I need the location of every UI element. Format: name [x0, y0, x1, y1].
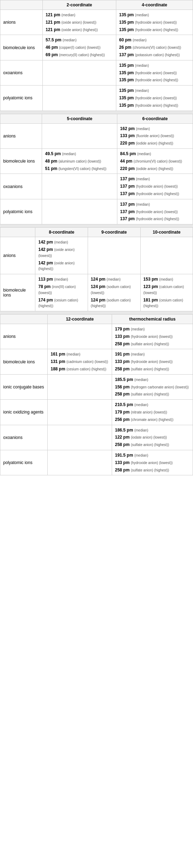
- cell-entry: 78 pm (iron(III) cation) (lowest)): [38, 284, 84, 296]
- value: 174 pm: [38, 298, 53, 303]
- table-row: ionic conjugate bases 185.5 pm (median) …: [0, 374, 193, 399]
- value: 135 pm: [119, 88, 134, 93]
- cell-entry: 186.5 pm (median): [115, 427, 190, 433]
- value: 124 pm: [91, 284, 105, 289]
- value: 122 pm: [115, 435, 129, 440]
- data-cell: [48, 324, 112, 349]
- data-cell: 135 pm (median) 135 pm (hydroxide anion)…: [116, 10, 193, 35]
- cell-entry: 26 pm (chromium(VI) cation) (lowest)): [119, 45, 190, 51]
- cell-entry: 135 pm (hydroxide anion) (lowest)): [119, 70, 190, 76]
- data-cell: 135 pm (median) 135 pm (hydroxide anion)…: [116, 60, 193, 85]
- label: (hydroxide anion) (lowest)): [135, 71, 177, 75]
- data-cell: 137 pm (median) 137 pm (hydroxide anion)…: [117, 174, 193, 199]
- row-label: biomolecule ions: [0, 35, 43, 60]
- value: 133 pm: [115, 334, 129, 339]
- value: 258 pm: [115, 341, 129, 346]
- cell-entry: 44 pm (chromium(VI) cation) (lowest)): [120, 158, 190, 164]
- label: (hydroxide anion) (highest)): [135, 28, 178, 32]
- value: 124 pm: [91, 277, 105, 282]
- value: 135 pm: [119, 12, 134, 17]
- data-cell: 124 pm (median) 124 pm (sodium cation) (…: [88, 274, 140, 311]
- cell-entry: 124 pm (sodium cation) (highest)): [91, 297, 138, 309]
- col-header-1: 8-coordinate: [35, 228, 88, 237]
- label: (aluminum cation) (lowest)): [59, 159, 101, 163]
- cell-entry: 256 pm (chromate anion) (highest)): [115, 417, 190, 423]
- value: 137 pm: [120, 176, 135, 181]
- label: (chromate anion) (highest)): [131, 418, 174, 422]
- label: (median): [62, 152, 76, 156]
- label: (sulfate anion) (highest)): [131, 468, 169, 472]
- label: (fluoride anion) (lowest)): [136, 134, 174, 138]
- label: (median): [136, 203, 150, 206]
- row-label: anions: [0, 123, 42, 148]
- table-row: biomolecule ions 57.5 pm (median) 46 pm …: [0, 35, 193, 60]
- cell-entry: 69 pm (mercury(II) cation) (highest)): [46, 52, 113, 58]
- cell-entry: 179 pm (nitrate anion) (lowest)): [115, 409, 190, 415]
- label: (median): [134, 378, 148, 382]
- table-row: oxoanions 135 pm (median) 135 pm (hydrox…: [0, 60, 193, 85]
- value: 121 pm: [46, 20, 60, 25]
- value: 44 pm: [120, 159, 133, 164]
- cell-entry: 135 pm (median): [119, 12, 190, 18]
- section-divider: [0, 311, 193, 314]
- data-cell: 179 pm (median) 133 pm (hydroxide anion)…: [112, 324, 193, 349]
- cell-entry: 51 pm (tungsten(VI) cation) (highest)): [45, 166, 114, 172]
- col-header-3: 10-coordinate: [140, 228, 193, 237]
- row-label: anions: [0, 324, 48, 349]
- value: 60 pm: [119, 37, 131, 42]
- cell-entry: 258 pm (sulfate anion) (highest)): [115, 341, 190, 347]
- data-cell: 191 pm (median) 133 pm (hydroxide anion)…: [112, 349, 193, 374]
- label: (tungsten(VI) cation) (highest)): [59, 167, 107, 171]
- value: 185.5 pm: [115, 377, 133, 382]
- cell-entry: 179 pm (median): [115, 326, 190, 332]
- col-header-1: 5-coordinate: [42, 114, 117, 123]
- value: 142 pm: [38, 247, 53, 252]
- label: (median): [136, 177, 150, 181]
- label: (hydroxide anion) (lowest)): [135, 96, 177, 100]
- value: 69 pm: [46, 52, 58, 57]
- table-row: biomolecule ions 113 pm (median) 78 pm (…: [0, 274, 193, 311]
- value: 153 pm: [144, 277, 158, 282]
- value: 258 pm: [115, 442, 129, 447]
- col-header-0: [0, 0, 43, 10]
- label: (median): [135, 13, 149, 17]
- data-table-1: 5-coordinate6-coordinateanions 162 pm (m…: [0, 114, 193, 225]
- value: 135 pm: [119, 27, 134, 32]
- label: (sulfate anion) (highest)): [131, 342, 169, 346]
- data-cell: 60 pm (median) 26 pm (chromium(VI) catio…: [116, 35, 193, 60]
- label: (median): [134, 403, 148, 407]
- col-header-1: 12-coordinate: [48, 315, 112, 324]
- label: (hydroxide anion) (lowest)): [131, 461, 172, 465]
- table-row: polyatomic ions 137 pm (median) 137 pm (…: [0, 199, 193, 224]
- value: 121 pm: [46, 12, 60, 17]
- cell-entry: 174 pm (cesium cation) (highest)): [38, 297, 84, 309]
- value: 135 pm: [119, 20, 134, 25]
- label: (hydroxide anion) (highest)): [136, 217, 179, 221]
- value: 161 pm: [51, 352, 65, 357]
- cell-entry: 258 pm (sulfate anion) (highest)): [115, 467, 190, 473]
- value: 162 pm: [120, 126, 135, 131]
- value: 142 pm: [38, 260, 53, 265]
- section-divider: [0, 111, 193, 114]
- label: (median): [135, 64, 149, 68]
- cell-entry: 156 pm (hydrogen carbonate anion) (lowes…: [115, 384, 190, 390]
- data-cell: [48, 400, 112, 425]
- cell-entry: 121 pm (median): [46, 12, 113, 18]
- value: 179 pm: [115, 327, 129, 332]
- label: (hydroxide anion) (highest)): [135, 78, 178, 82]
- value: 123 pm: [144, 284, 158, 289]
- data-cell: [42, 199, 117, 224]
- cell-entry: 191.5 pm (median): [115, 452, 190, 458]
- app-container: 2-coordinate4-coordinateanions 121 pm (m…: [0, 0, 193, 475]
- label: (median): [159, 277, 173, 281]
- cell-entry: 137 pm (hydroxide anion) (highest)): [120, 216, 190, 222]
- data-cell: 186.5 pm (median) 122 pm (iodate anion) …: [112, 425, 193, 450]
- table-row: anions 142 pm (median) 142 pm (oxide ani…: [0, 237, 193, 274]
- table-row: polyatomic ions 191.5 pm (median) 133 pm…: [0, 450, 193, 475]
- value: 26 pm: [119, 45, 131, 50]
- table-row: ionic oxidizing agents 210.5 pm (median)…: [0, 400, 193, 425]
- label: (sulfate anion) (highest)): [131, 367, 169, 371]
- row-label: oxoanions: [0, 425, 48, 450]
- value: 137 pm: [119, 52, 134, 57]
- label: (median): [134, 428, 148, 432]
